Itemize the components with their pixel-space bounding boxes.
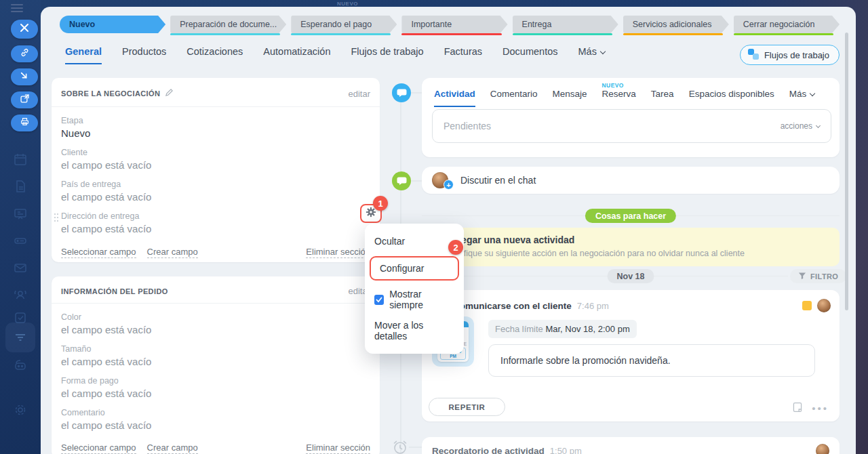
pipeline-stage-importante[interactable]: Importante [401, 16, 507, 35]
menu-item-mover-detalles[interactable]: Mover a los detalles [365, 312, 464, 345]
deal-panel: Nuevo Preparación de docume... Esperando… [41, 7, 856, 454]
pipeline-stage-esperando-pago[interactable]: Esperando el pago [291, 16, 397, 35]
pipeline-stage-entrega[interactable]: Entrega [513, 16, 618, 35]
note-icon[interactable] [791, 401, 804, 416]
section-title: SOBRE LA NEGOCIACIÓN [61, 89, 160, 98]
menu-item-mostrar-siempre[interactable]: Mostrar siempre [365, 282, 464, 312]
tab-facturas[interactable]: Facturas [444, 46, 482, 63]
composer-card: Actividad Comentario Mensaje NUEVO Reser… [422, 78, 840, 157]
delete-section-link[interactable]: Eliminar sección [306, 442, 370, 454]
chat-discuss-row[interactable]: + Discutir en el chat [422, 167, 840, 194]
deal-nav-tabs: General Productos Cotizaciones Automatiz… [65, 46, 605, 64]
print-icon [20, 117, 30, 129]
deadline-pill: Fecha límite Mar, Nov 18, 2:00 pm [488, 320, 637, 338]
close-slider-button[interactable] [11, 20, 38, 39]
feed-tab-espacios[interactable]: Espacios disponibles [689, 89, 774, 107]
stage-label: Entrega [522, 20, 552, 29]
tab-flujos[interactable]: Flujos de trabajo [351, 46, 423, 63]
filter-button[interactable]: FILTRO [790, 269, 846, 283]
pipeline-stage-cerrar[interactable]: Cerrar negociación [734, 16, 840, 35]
left-sidebar [0, 0, 41, 454]
edit-section-link[interactable]: editar [348, 89, 370, 99]
delete-section-link[interactable]: Eliminar sección [306, 247, 370, 258]
menu-icon[interactable] [11, 4, 23, 14]
repeat-button[interactable]: REPETIR [429, 398, 505, 416]
open-window-button[interactable] [11, 91, 38, 108]
drive-icon[interactable] [13, 233, 28, 251]
feed-tab-actividad[interactable]: Actividad [434, 89, 475, 107]
feed-tab-tarea[interactable]: Tarea [651, 89, 674, 107]
tab-mas[interactable]: Más [578, 46, 604, 63]
team-icon[interactable] [13, 287, 28, 305]
feed-tab-reserva[interactable]: NUEVO Reserva [602, 89, 636, 107]
tab-general[interactable]: General [65, 46, 102, 64]
feed-tab-mas[interactable]: Más [789, 89, 815, 107]
open-window-icon [20, 94, 30, 106]
feed-tab-comentario[interactable]: Comentario [490, 89, 538, 107]
collapse-button[interactable] [11, 68, 38, 85]
create-field-link[interactable]: Crear campo [147, 442, 198, 454]
link-icon [20, 47, 30, 60]
tab-automatizacion[interactable]: Automatización [263, 46, 330, 63]
feed-tab-mensaje[interactable]: Mensaje [553, 89, 587, 107]
activity-card: Comunicarse con el cliente 7:46 pm 18 NO… [422, 290, 840, 421]
field-comentario[interactable]: Comentario el campo está vacío [61, 408, 370, 431]
field-direccion-entrega[interactable]: Dirección de entrega el campo está vacío [61, 211, 370, 234]
calendar-icon[interactable] [13, 152, 28, 169]
menu-item-configurar[interactable]: Configurar [370, 256, 459, 281]
create-field-link[interactable]: Crear campo [147, 247, 198, 258]
activity-stream-icon [392, 83, 411, 102]
status-color-badge [802, 301, 812, 310]
workflow-button[interactable]: Flujos de trabajo [740, 45, 840, 65]
new-badge: NUEVO [602, 82, 624, 89]
field-cliente[interactable]: Cliente el campo está vacío [61, 148, 370, 171]
add-participant-icon[interactable]: + [443, 180, 454, 190]
activity-description[interactable]: Informarle sobre la promoción navideña. [488, 344, 815, 377]
pipeline-stage-servicios[interactable]: Servicios adicionales [623, 16, 729, 35]
reminder-card[interactable]: Recordatorio de actividad 1:50 pm [422, 437, 840, 454]
filter-sidebar-item[interactable] [5, 323, 35, 352]
whiteboard-icon[interactable] [13, 206, 28, 224]
select-field-link[interactable]: Seleccionar campo [61, 247, 136, 258]
tab-documentos[interactable]: Documentos [502, 46, 557, 63]
chevron-down-icon [816, 123, 821, 128]
select-field-link[interactable]: Seleccionar campo [61, 442, 136, 454]
copy-link-button[interactable] [11, 45, 38, 62]
more-actions-icon[interactable]: ••• [812, 405, 829, 412]
todo-badge: Cosas para hacer [585, 209, 676, 223]
pipeline-stage-preparacion[interactable]: Preparación de docume... [170, 16, 286, 35]
timeline-scrollbar[interactable] [845, 33, 848, 310]
actions-dropdown[interactable]: acciones [781, 121, 820, 131]
collapse-icon [20, 71, 29, 83]
document-icon[interactable] [13, 179, 28, 197]
activity-hint-card: Agregar una nueva actividad Planifique s… [422, 228, 840, 266]
order-info-card: INFORMACIÓN DEL PEDIDO editar Color el c… [52, 276, 380, 454]
chevron-down-icon [600, 49, 606, 54]
drag-handle-icon[interactable] [54, 213, 59, 225]
about-deal-card: SOBRE LA NEGOCIACIÓN editar Etapa Nuevo … [52, 78, 380, 262]
funnel-icon [798, 272, 806, 281]
chat-stream-icon [392, 171, 411, 190]
tab-productos[interactable]: Productos [122, 46, 166, 63]
field-etapa[interactable]: Etapa Nuevo [61, 116, 370, 139]
edit-pencil-icon[interactable] [165, 87, 174, 100]
alarm-icon [391, 438, 409, 454]
checkbox-checked-icon[interactable] [374, 295, 384, 305]
field-pais-entrega[interactable]: País de entrega el campo está vacío [61, 180, 370, 203]
avatar [817, 299, 831, 312]
field-forma-pago[interactable]: Forma de pago el campo está vacío [61, 376, 370, 399]
stage-label: Cerrar negociación [743, 20, 815, 29]
field-tamano[interactable]: Tamaño el campo está vacío [61, 344, 370, 367]
mail-icon[interactable] [13, 260, 28, 278]
pending-input[interactable]: Pendientes acciones [432, 109, 831, 143]
backdrop-label: NUEVO [337, 1, 358, 7]
assistant-icon[interactable] [13, 358, 28, 375]
stage-label: Preparación de docume... [180, 20, 277, 29]
settings-icon[interactable] [13, 403, 28, 420]
tab-cotizaciones[interactable]: Cotizaciones [186, 46, 243, 63]
pipeline-bar: Nuevo Preparación de docume... Esperando… [60, 16, 840, 35]
print-button[interactable] [11, 115, 38, 131]
field-color[interactable]: Color el campo está vacío [61, 312, 370, 335]
stage-label: Importante [411, 20, 452, 29]
pipeline-stage-nuevo[interactable]: Nuevo [60, 16, 165, 35]
